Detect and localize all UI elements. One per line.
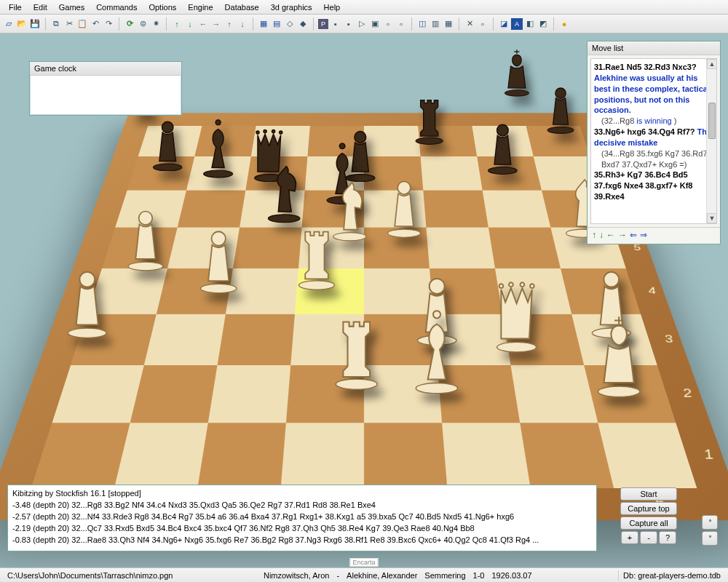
status-date: 1926.03.07 [492, 571, 532, 580]
flip-icon[interactable]: ⊜ [137, 18, 149, 30]
help-button[interactable]: ? [659, 531, 676, 544]
db2-icon[interactable]: ▤ [271, 18, 282, 30]
kibitz-panel: Kibitzing by Stockfish 16.1 [stopped] -3… [7, 485, 597, 551]
x2-icon[interactable]: ▫ [477, 18, 488, 30]
nav-down2-icon[interactable]: ↓ [237, 18, 248, 30]
menu-games[interactable]: Games [53, 1, 90, 13]
menu-3d-graphics[interactable]: 3d graphics [265, 1, 318, 13]
movelist-nav-up-icon[interactable]: ↑ [592, 230, 596, 240]
db3-icon[interactable]: ◇ [284, 18, 296, 30]
game-clock-title: Game clock [30, 62, 181, 76]
movelist-nav-down-icon[interactable]: ↓ [599, 230, 604, 240]
p-icon[interactable]: P [318, 19, 328, 29]
movelist-nav-left-icon[interactable]: ← [606, 230, 615, 240]
kibitz-controls: Start Capture top Capture all + - ? [601, 485, 696, 551]
scroll-down-icon[interactable]: ▼ [707, 213, 717, 223]
panel1-icon[interactable]: ◫ [416, 18, 428, 30]
scroll-thumb[interactable] [708, 103, 716, 139]
svg-point-2 [555, 88, 566, 98]
corner-down-icon[interactable]: ˅ [702, 531, 718, 546]
menu-options[interactable]: Options [143, 1, 182, 13]
status-event: Semmering [424, 571, 465, 580]
view3-icon[interactable]: ◧ [524, 18, 536, 30]
panel3-icon[interactable]: ▦ [443, 18, 454, 30]
menu-engine[interactable]: Engine [182, 1, 218, 13]
menu-help[interactable]: Help [318, 1, 347, 13]
view1-icon[interactable]: ◪ [498, 18, 510, 30]
new-icon[interactable]: ▱ [3, 18, 15, 30]
status-result: 1-0 [473, 571, 485, 580]
scroll-up-icon[interactable]: ▲ [707, 59, 717, 69]
sq1-icon[interactable]: ▪ [330, 18, 341, 30]
game-clock-panel: Game clock [29, 61, 182, 116]
status-black: Alekhine, Alexander [347, 571, 417, 580]
move-line-1[interactable]: 31.Rae1 Nd5 32.Rd3 Nxc3? [594, 63, 697, 71]
nav-up2-icon[interactable]: ↑ [223, 18, 235, 30]
toolbar: ▱ 📂 💾 ⧉ ✂ 📋 ↶ ↷ ⟳ ⊜ ✷ ↑ ↓ ← → ↑ ↓ ▦ ▤ ◇ … [0, 15, 728, 33]
nav-back-icon[interactable]: ← [197, 18, 209, 30]
variation-2[interactable]: (34...Rg8 35.fxg6 Kg7 36.Rd7+ Bxd7 37.Qx… [594, 148, 715, 170]
rec-icon[interactable]: ▣ [369, 18, 381, 30]
copy-icon[interactable]: ⧉ [50, 18, 62, 30]
bug-icon[interactable]: ✷ [150, 18, 162, 30]
view2-icon[interactable]: A [511, 18, 523, 30]
move-list-panel: Move list 31.Rae1 Nd5 32.Rd3 Nxc3? Alekh… [587, 41, 721, 244]
capture-all-button[interactable]: Capture all [620, 517, 677, 530]
paste-icon[interactable]: 📋 [76, 18, 88, 30]
menu-edit[interactable]: Edit [28, 1, 53, 13]
db4-icon[interactable]: ◆ [297, 18, 309, 30]
capture-top-button[interactable]: Capture top [620, 502, 677, 515]
sq2-icon[interactable]: ▪ [343, 18, 355, 30]
sq3-icon[interactable]: ▫ [382, 18, 394, 30]
kibitz-line-1: -2.57 (depth 20) 32...Nf4 33.Rde3 Rg8 34… [12, 511, 592, 523]
sq4-icon[interactable]: ▫ [395, 18, 407, 30]
nav-fwd-icon[interactable]: → [210, 18, 222, 30]
redo-icon[interactable]: ↷ [103, 18, 114, 30]
status-bar: C:\Users\John\Documents\Tarrasch\nimzo.p… [0, 567, 728, 582]
nav-first-icon[interactable]: ↑ [171, 18, 183, 30]
kibitz-line-0: -3.48 (depth 20) 32...Rg8 33.Bg2 Nf4 34.… [12, 500, 592, 511]
menu-commands[interactable]: Commands [90, 1, 143, 13]
menu-file[interactable]: File [3, 1, 28, 13]
variation-1c: ) [674, 116, 677, 125]
open-icon[interactable]: 📂 [16, 18, 28, 30]
movelist-nav-last-icon[interactable]: ⇒ [640, 230, 647, 240]
kibitz-line-3: -0.83 (depth 20) 32...Rae8 33.Qh3 Nf4 34… [12, 535, 592, 546]
undo-icon[interactable]: ↶ [90, 18, 101, 30]
panel2-icon[interactable]: ▥ [430, 18, 441, 30]
db-icon[interactable]: ▦ [258, 18, 269, 30]
variation-1a[interactable]: (32...Rg8 [601, 116, 634, 125]
corner-controls: ˄ ˅ [702, 515, 721, 546]
move-list-nav: ↑ ↓ ← → ⇐ ⇒ [587, 227, 720, 242]
status-white: Nimzowitsch, Aron [264, 571, 329, 580]
kibitz-header: Kibitzing by Stockfish 16.1 [stopped] [12, 488, 592, 500]
status-database: Db: great-players-demo.tdb [618, 570, 725, 581]
minus-button[interactable]: - [640, 531, 657, 544]
status-filepath: C:\Users\John\Documents\Tarrasch\nimzo.p… [3, 570, 177, 581]
refresh-icon[interactable]: ⟳ [124, 18, 135, 30]
move-list-content[interactable]: 31.Rae1 Nd5 32.Rd3 Nxc3? Alekhine was us… [590, 58, 717, 224]
play-icon[interactable]: ▷ [356, 18, 368, 30]
nav-prev-icon[interactable]: ↓ [184, 18, 196, 30]
help-icon[interactable]: ● [558, 18, 570, 30]
variation-1-eval: is winning [636, 116, 671, 125]
plus-button[interactable]: + [621, 531, 638, 544]
menu-database[interactable]: Database [219, 1, 265, 13]
view4-icon[interactable]: ◩ [537, 18, 549, 30]
move-line-2[interactable]: 33.Ng6+ hxg6 34.Qg4 Rf7? [594, 127, 695, 136]
encarta-watermark: Encarta [349, 558, 378, 567]
move-list-title: Move list [587, 41, 720, 55]
movelist-nav-first-icon[interactable]: ⇐ [630, 230, 637, 240]
x1-icon[interactable]: ✕ [464, 18, 475, 30]
start-button[interactable]: Start [620, 487, 677, 501]
move-line-3[interactable]: 35.Rh3+ Kg7 36.Bc4 Bd5 37.fxg6 Nxe4 38.g… [594, 170, 692, 201]
move-list-scrollbar[interactable]: ▲ ▼ [706, 59, 716, 223]
svg-point-0 [505, 90, 529, 96]
save-icon[interactable]: 💾 [29, 18, 41, 30]
cut-icon[interactable]: ✂ [63, 18, 75, 30]
corner-up-icon[interactable]: ˄ [702, 515, 718, 530]
kibitz-line-2: -2.19 (depth 20) 32...Qc7 33.Rxd5 Bxd5 3… [12, 523, 592, 535]
menu-bar: File Edit Games Commands Options Engine … [0, 0, 728, 15]
movelist-nav-right-icon[interactable]: → [618, 230, 627, 240]
status-sep: - [336, 571, 339, 580]
